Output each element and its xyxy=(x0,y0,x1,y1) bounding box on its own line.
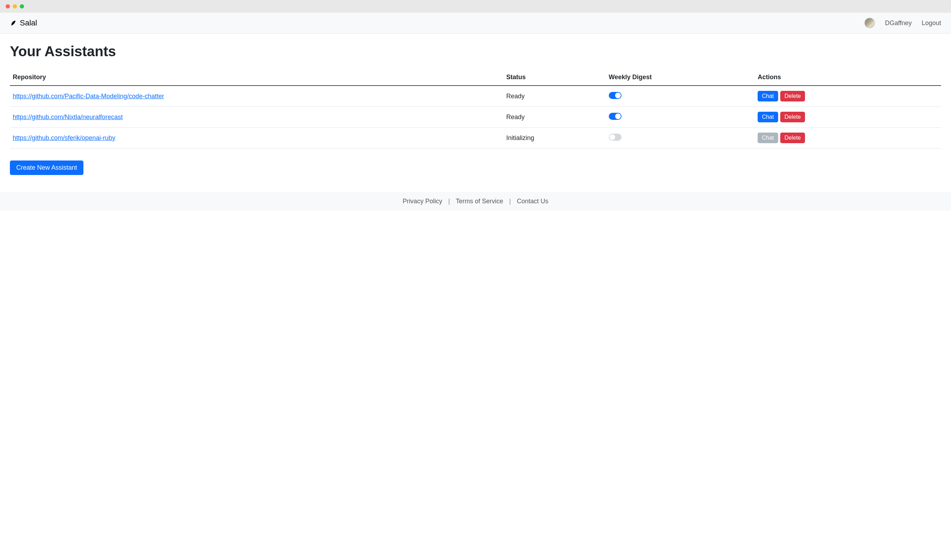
weekly-digest-toggle[interactable] xyxy=(609,134,622,141)
window-close-icon[interactable] xyxy=(6,4,10,8)
th-repository: Repository xyxy=(10,69,503,86)
chat-button[interactable]: Chat xyxy=(758,91,778,102)
footer-sep: | xyxy=(448,198,450,205)
footer-privacy[interactable]: Privacy Policy xyxy=(403,198,442,205)
table-row: https://github.com/sferik/openai-rubyIni… xyxy=(10,128,941,148)
toggle-knob-icon xyxy=(609,134,615,140)
delete-button[interactable]: Delete xyxy=(780,132,805,143)
leaf-icon xyxy=(10,20,17,26)
table-row: https://github.com/Nixtla/neuralforecast… xyxy=(10,107,941,128)
toggle-knob-icon xyxy=(615,92,621,98)
nav-right: DGaffney Logout xyxy=(864,18,941,28)
th-status: Status xyxy=(503,69,606,86)
repo-link[interactable]: https://github.com/sferik/openai-ruby xyxy=(13,134,115,142)
brand[interactable]: Salal xyxy=(10,18,37,28)
repo-link[interactable]: https://github.com/Pacific-Data-Modeling… xyxy=(13,92,164,100)
delete-button[interactable]: Delete xyxy=(780,112,805,122)
window-zoom-icon[interactable] xyxy=(20,4,24,8)
weekly-digest-toggle[interactable] xyxy=(609,92,622,99)
navbar: Salal DGaffney Logout xyxy=(0,13,951,34)
footer: Privacy Policy | Terms of Service | Cont… xyxy=(0,192,951,211)
chat-button[interactable]: Chat xyxy=(758,112,778,122)
nav-logout[interactable]: Logout xyxy=(922,20,941,27)
brand-name: Salal xyxy=(20,18,37,28)
create-assistant-button[interactable]: Create New Assistant xyxy=(10,160,83,175)
footer-terms[interactable]: Terms of Service xyxy=(456,198,503,205)
repo-link[interactable]: https://github.com/Nixtla/neuralforecast xyxy=(13,114,123,120)
delete-button[interactable]: Delete xyxy=(780,91,805,102)
th-actions: Actions xyxy=(755,69,941,86)
footer-contact[interactable]: Contact Us xyxy=(517,198,548,205)
window-minimize-icon[interactable] xyxy=(13,4,17,8)
status-cell: Ready xyxy=(503,86,606,107)
status-cell: Initializing xyxy=(503,128,606,148)
toggle-knob-icon xyxy=(615,114,621,119)
window-chrome xyxy=(0,0,951,13)
avatar[interactable] xyxy=(864,18,875,28)
status-cell: Ready xyxy=(503,107,606,128)
nav-username[interactable]: DGaffney xyxy=(885,20,912,27)
footer-sep: | xyxy=(509,198,511,205)
chat-button: Chat xyxy=(758,132,778,143)
table-row: https://github.com/Pacific-Data-Modeling… xyxy=(10,86,941,107)
main-content: Your Assistants Repository Status Weekly… xyxy=(0,34,951,185)
page-title: Your Assistants xyxy=(10,43,941,59)
th-digest: Weekly Digest xyxy=(606,69,755,86)
assistants-table: Repository Status Weekly Digest Actions … xyxy=(10,69,941,148)
weekly-digest-toggle[interactable] xyxy=(609,113,622,120)
